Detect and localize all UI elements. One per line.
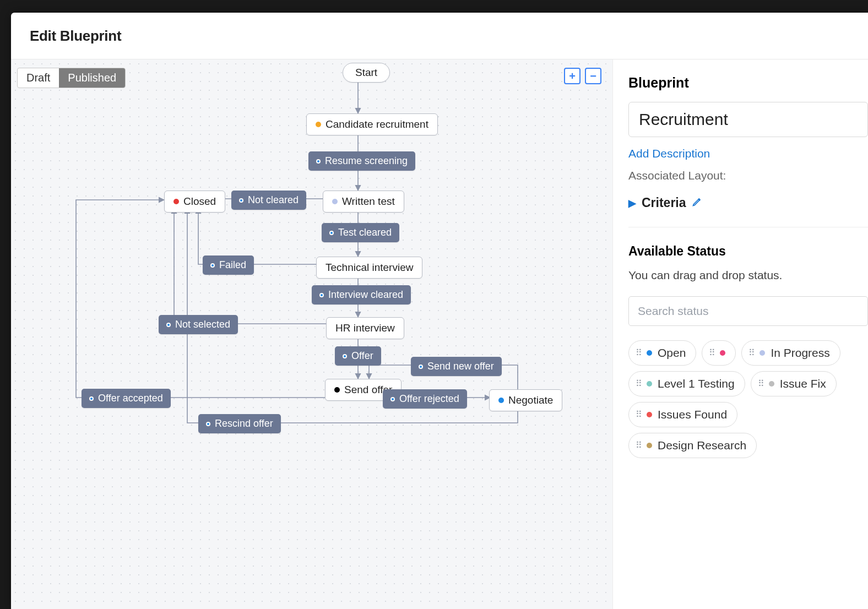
available-status-help: You can drag and drop status. <box>628 267 868 284</box>
status-dot <box>173 199 179 204</box>
drag-handle-icon: ⠿ <box>636 351 641 355</box>
transition-offer-rejected[interactable]: Offer rejected <box>383 389 467 409</box>
transition-offer[interactable]: Offer <box>335 346 381 366</box>
transition-test-cleared[interactable]: Test cleared <box>322 223 399 242</box>
node-candidate-recruitment[interactable]: Candidate recruitment <box>306 113 438 135</box>
pencil-icon[interactable] <box>692 195 703 210</box>
transition-offer-accepted[interactable]: Offer accepted <box>82 389 171 408</box>
drag-handle-icon: ⠿ <box>636 382 641 386</box>
status-pill-in-progress[interactable]: ⠿In Progress <box>741 340 840 366</box>
status-search-input[interactable] <box>628 296 868 326</box>
drag-handle-icon: ⠿ <box>636 412 641 417</box>
status-pill-issue-fix[interactable]: ⠿Issue Fix <box>751 371 837 396</box>
transition-failed[interactable]: Failed <box>203 255 254 275</box>
node-written-test[interactable]: Written test <box>323 191 404 213</box>
transition-send-new-offer[interactable]: Send new offer <box>411 357 502 376</box>
node-closed[interactable]: Closed <box>164 191 225 213</box>
modal-header: Edit Blueprint <box>11 13 868 59</box>
drag-handle-icon: ⠿ <box>758 382 763 386</box>
status-pill-level1[interactable]: ⠿Level 1 Testing <box>628 371 745 396</box>
status-pill-design-research[interactable]: ⠿Design Research <box>628 433 757 458</box>
transition-rescind-offer[interactable]: Rescind offer <box>198 414 281 433</box>
associated-layout-label: Associated Layout: <box>628 169 868 182</box>
status-pill-list: ⠿Open ⠿ ⠿In Progress ⠿Level 1 Testing ⠿I… <box>628 340 868 458</box>
drag-handle-icon: ⠿ <box>748 351 754 355</box>
status-dot <box>332 199 338 204</box>
page-title: Edit Blueprint <box>30 28 121 45</box>
transition-resume-screening[interactable]: Resume screening <box>308 151 415 171</box>
blueprint-name-input[interactable] <box>628 102 868 137</box>
properties-panel: Blueprint Add Description Associated Lay… <box>612 59 868 609</box>
status-pill-open[interactable]: ⠿Open <box>628 340 696 366</box>
status-dot <box>316 122 321 127</box>
node-hr-interview[interactable]: HR interview <box>326 317 404 339</box>
transition-not-cleared[interactable]: Not cleared <box>231 191 306 210</box>
chevron-right-icon: ▶ <box>628 197 636 209</box>
flow-canvas[interactable]: Draft Published + − <box>11 59 612 609</box>
drag-handle-icon: ⠿ <box>709 351 714 355</box>
status-pill-issues-found[interactable]: ⠿Issues Found <box>628 402 737 427</box>
add-description-link[interactable]: Add Description <box>628 147 710 160</box>
node-negotiate[interactable]: Negotiate <box>489 389 562 411</box>
panel-title: Blueprint <box>628 75 868 91</box>
status-pill-extra[interactable]: ⠿ <box>702 340 736 366</box>
node-start[interactable]: Start <box>343 63 390 83</box>
drag-handle-icon: ⠿ <box>636 443 641 448</box>
node-technical-interview[interactable]: Technical interview <box>316 257 422 279</box>
blueprint-editor-modal: Edit Blueprint Draft Published + − <box>11 13 868 609</box>
status-dot <box>334 387 340 393</box>
transition-not-selected[interactable]: Not selected <box>159 315 238 334</box>
criteria-expander[interactable]: ▶ Criteria <box>628 195 868 210</box>
status-dot <box>498 398 504 403</box>
transition-interview-cleared[interactable]: Interview cleared <box>312 285 411 304</box>
available-status-heading: Available Status <box>628 244 868 259</box>
